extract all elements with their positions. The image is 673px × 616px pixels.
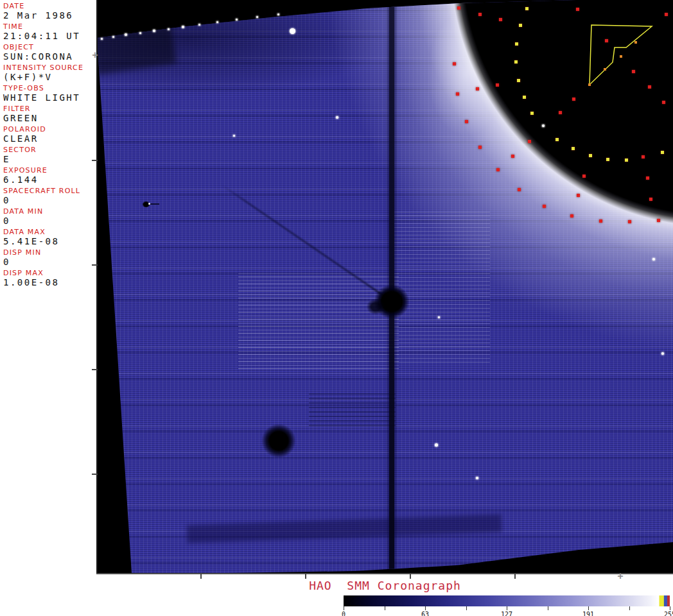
lower-dark-blob — [260, 422, 297, 459]
colorbar-minor-tick — [466, 606, 467, 610]
field-value: E — [3, 154, 96, 165]
colorbar-major-tick — [344, 606, 344, 610]
metadata-field: TYPE-OBSWHITE LIGHT — [3, 84, 96, 105]
colorbar-tick-label: 255 — [664, 611, 673, 616]
field-label: TYPE-OBS — [3, 84, 96, 92]
dust-speck-tail — [149, 203, 159, 205]
colorbar-minor-tick — [385, 606, 385, 610]
metadata-list: DATE2 Mar 1986TIME21:04:11 UTOBJECTSUN:C… — [0, 0, 96, 289]
metadata-field: OBJECTSUN:CORONA — [3, 43, 96, 64]
metadata-field: DATA MIN0 — [3, 207, 96, 228]
metadata-field: SECTORE — [3, 146, 96, 166]
footer: HAO SMM Coronagraph 063127191255 — [0, 574, 673, 616]
occulting-disk — [446, 0, 673, 231]
field-value: (K+F)*V — [3, 72, 96, 83]
field-label: DATA MIN — [3, 207, 96, 216]
field-label: DISP MAX — [3, 269, 96, 277]
colorbar-minor-tick — [548, 606, 548, 610]
metadata-field: TIME21:04:11 UT — [3, 22, 96, 43]
field-value: 6.144 — [3, 175, 96, 185]
exposure-frame — [97, 0, 673, 573]
field-value: WHITE LIGHT — [3, 92, 96, 103]
field-label: POLAROID — [3, 125, 96, 133]
field-value: 0 — [3, 216, 96, 227]
metadata-field: POLAROIDCLEAR — [3, 125, 96, 146]
colorbar-minor-tick — [629, 606, 630, 610]
metadata-field: EXPOSURE6.144 — [3, 166, 96, 187]
colorbar-major-tick — [670, 606, 670, 610]
field-value: 5.41E-08 — [3, 236, 96, 247]
colorbar-tick-label: 127 — [501, 611, 512, 616]
field-label: SECTOR — [3, 146, 96, 154]
colorbar-tick-label: 0 — [342, 611, 345, 616]
colorbar-major-tick — [507, 606, 507, 610]
metadata-field: INTENSITY SOURCE(K+F)*V — [3, 64, 96, 84]
colorbar-major-tick — [425, 606, 426, 610]
field-label: OBJECT — [3, 43, 96, 51]
field-value: 21:04:11 UT — [3, 31, 96, 42]
image-bottom-border — [96, 573, 673, 574]
sidebar-divider — [96, 0, 98, 574]
metadata-field: FILTERGREEN — [3, 105, 96, 125]
colorbar-tick-label: 63 — [421, 611, 429, 616]
field-value: SUN:CORONA — [3, 51, 96, 62]
metadata-sidebar: DATE2 Mar 1986TIME21:04:11 UTOBJECTSUN:C… — [0, 0, 96, 616]
field-value: 0 — [3, 195, 96, 206]
page-title: HAO SMM Coronagraph — [97, 579, 673, 592]
colorbar-tick-label: 191 — [582, 611, 594, 616]
field-label: FILTER — [3, 105, 96, 113]
field-label: DISP MIN — [3, 248, 96, 257]
field-label: DATA MAX — [3, 228, 96, 236]
field-label: SPACECRAFT ROLL — [3, 187, 96, 195]
field-value: 1.00E-08 — [3, 277, 96, 288]
metadata-field: DISP MIN0 — [3, 248, 96, 269]
field-value: CLEAR — [3, 133, 96, 144]
metadata-field: SPACECRAFT ROLL0 — [3, 187, 96, 207]
coronagraph-viewer: DATE2 Mar 1986TIME21:04:11 UTOBJECTSUN:C… — [0, 0, 673, 616]
field-value: 2 Mar 1986 — [3, 10, 96, 21]
field-label: DATE — [3, 2, 96, 10]
field-label: EXPOSURE — [3, 166, 96, 175]
coronagraph-image — [97, 0, 673, 573]
colorbar — [344, 595, 670, 606]
metadata-field: DATE2 Mar 1986 — [3, 2, 96, 22]
metadata-field: DISP MAX1.00E-08 — [3, 269, 96, 289]
field-label: INTENSITY SOURCE — [3, 64, 96, 72]
field-value: GREEN — [3, 113, 96, 124]
dust-speck-highlight — [148, 203, 150, 205]
colorbar-major-tick — [588, 606, 589, 610]
field-label: TIME — [3, 22, 96, 31]
metadata-field: DATA MAX5.41E-08 — [3, 228, 96, 248]
field-value: 0 — [3, 257, 96, 268]
center-dark-blob — [365, 298, 386, 316]
scan-streaks — [309, 393, 396, 426]
